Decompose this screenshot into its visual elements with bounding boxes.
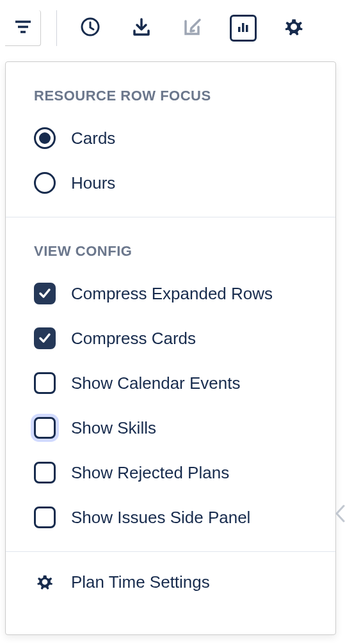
radio-cards[interactable]: Cards xyxy=(34,127,307,149)
filter-button[interactable] xyxy=(5,10,41,46)
checkbox-indicator xyxy=(34,372,56,394)
chevron-left-icon xyxy=(334,504,345,528)
action-label: Plan Time Settings xyxy=(71,572,210,592)
clock-icon xyxy=(80,17,100,40)
clock-button[interactable] xyxy=(72,10,108,46)
settings-button[interactable] xyxy=(276,10,312,46)
svg-point-4 xyxy=(291,24,297,30)
toolbar xyxy=(0,0,345,56)
checkbox-indicator xyxy=(34,417,56,439)
radio-label: Cards xyxy=(71,129,115,148)
checkbox-show_issues_panel[interactable]: Show Issues Side Panel xyxy=(34,507,307,528)
checkbox-label: Compress Cards xyxy=(71,329,196,349)
checkbox-label: Compress Expanded Rows xyxy=(71,284,273,304)
checkbox-indicator xyxy=(34,283,56,304)
checkbox-indicator xyxy=(34,327,56,349)
checkbox-compress_cards[interactable]: Compress Cards xyxy=(34,327,307,349)
edit-icon xyxy=(182,17,203,40)
settings-dropdown-panel: RESOURCE ROW FOCUS Cards Hours VIEW CONF… xyxy=(5,61,336,635)
section-header-focus: RESOURCE ROW FOCUS xyxy=(34,88,307,104)
edit-button[interactable] xyxy=(175,10,211,46)
radio-indicator xyxy=(34,127,56,149)
checkbox-indicator xyxy=(34,462,56,483)
plan-time-settings-button[interactable]: Plan Time Settings xyxy=(34,571,307,593)
section-resource-row-focus: RESOURCE ROW FOCUS Cards Hours xyxy=(6,62,335,217)
section-header-view: VIEW CONFIG xyxy=(34,243,307,260)
checkbox-label: Show Calendar Events xyxy=(71,373,240,393)
svg-rect-3 xyxy=(246,25,248,32)
gear-icon xyxy=(284,17,304,40)
filter-icon xyxy=(15,20,31,36)
radio-label: Hours xyxy=(71,173,115,193)
radio-indicator xyxy=(34,172,56,194)
checkbox-label: Show Issues Side Panel xyxy=(71,508,250,528)
chart-button[interactable] xyxy=(230,15,257,42)
svg-point-5 xyxy=(42,579,48,585)
checkbox-show_calendar[interactable]: Show Calendar Events xyxy=(34,372,307,394)
bar-chart-icon xyxy=(236,20,250,36)
checkbox-show_rejected[interactable]: Show Rejected Plans xyxy=(34,462,307,483)
checkbox-label: Show Rejected Plans xyxy=(71,463,229,483)
section-view-config: VIEW CONFIG Compress Expanded RowsCompre… xyxy=(6,217,335,551)
gear-icon xyxy=(34,571,56,593)
checkbox-indicator xyxy=(34,507,56,528)
checkbox-compress_rows[interactable]: Compress Expanded Rows xyxy=(34,283,307,304)
checkbox-show_skills[interactable]: Show Skills xyxy=(34,417,307,439)
download-button[interactable] xyxy=(124,10,159,46)
svg-rect-1 xyxy=(238,27,241,32)
svg-rect-2 xyxy=(242,23,245,32)
toolbar-separator xyxy=(56,10,57,46)
checkbox-label: Show Skills xyxy=(71,418,156,438)
radio-hours[interactable]: Hours xyxy=(34,172,307,194)
section-actions: Plan Time Settings xyxy=(6,551,335,615)
download-icon xyxy=(131,17,152,40)
